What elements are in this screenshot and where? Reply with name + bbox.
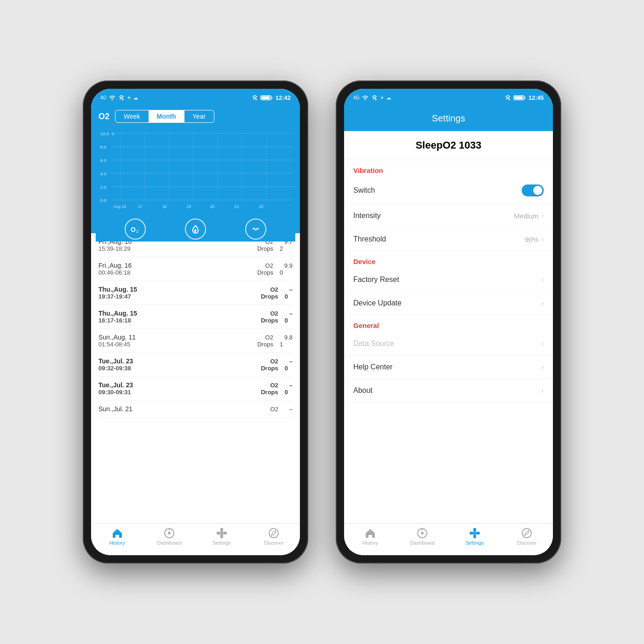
switch-right [522,184,544,196]
svg-text:21: 21 [235,204,239,209]
history-item[interactable]: Thu.,Aug. 15 16:17-16:18 O2– Drops0 [98,305,293,329]
chevron-threshold: › [541,235,544,243]
drop-icon-circle [185,218,206,240]
settings-row-threshold[interactable]: Threshold 90% › [344,228,553,251]
clock-1: 12:42 [276,94,291,101]
settings-header: Settings [344,105,553,131]
svg-point-42 [365,99,366,100]
factory-reset-label: Factory Reset [353,276,399,284]
tab-group: Week Month Year [115,110,214,123]
history-item[interactable]: Sun.,Jul. 21 O2– [98,401,293,418]
svg-point-0 [112,99,113,100]
nav-discover-label-2: Discover [517,540,537,546]
intensity-right: Medium › [514,212,544,220]
chart-svg: 10.0 8.0 6.0 4.0 2.0 0.0 8 Aug [96,127,295,215]
svg-text:8.0: 8.0 [100,144,106,150]
nav-dashboard-label-1: Dashboard [157,540,182,546]
nav-discover-1[interactable]: Discover [248,527,300,550]
nav-history-1[interactable]: History [91,527,144,550]
svg-text:4.0: 4.0 [100,171,106,176]
signal-icon-2: 4G [353,95,359,100]
intensity-value: Medium [514,212,538,220]
settings-row-factory[interactable]: Factory Reset › [344,268,553,292]
history-item[interactable]: Fri.,Aug. 16 00:46-06:18 O29.9 Drops0 [98,257,293,281]
phone-1-screen: 4G ☀ ☁ 12:42 O2 Week Month Yea [91,89,300,555]
home-icon-2 [364,527,376,539]
tab-week[interactable]: Week [115,110,149,122]
chevron-factory: › [541,276,544,284]
battery-icon-1 [260,95,273,101]
history-item[interactable]: Tue.,Jul. 23 09:32-09:38 O2– Drops0 [98,353,293,377]
bluetooth-icon-2 [371,95,378,100]
section-title-general: General [344,315,553,332]
svg-rect-2 [271,97,272,98]
nav-dashboard-2[interactable]: Dashboard [397,527,449,550]
svg-rect-45 [514,96,523,99]
settings-row-intensity[interactable]: Intensity Medium › [344,204,553,228]
chevron-help: › [541,363,544,371]
svg-text:10.0: 10.0 [100,131,109,136]
sun-icon: ☀ [127,95,131,100]
bottom-nav-1: History Dashboard Settings Discover [91,523,300,555]
svg-text:19: 19 [187,204,191,209]
nav-history-label-2: History [362,540,378,546]
status-left-2: 4G ☀ ☁ [353,95,391,100]
section-title-vibration: Vibration [344,160,553,177]
settings-row-update[interactable]: Device Update › [344,292,553,315]
settings-row-switch[interactable]: Switch [344,177,553,204]
cloud-icon: ☁ [133,95,138,100]
section-title-device: Device [344,251,553,268]
svg-text:18: 18 [162,204,167,209]
nav-history-2[interactable]: History [344,527,397,550]
settings-icon-1 [216,527,228,539]
device-update-label: Device Update [353,299,402,307]
svg-text:6.0: 6.0 [100,158,106,163]
nav-discover-label-1: Discover [264,540,284,546]
update-right: › [541,299,544,307]
data-source-label: Data Source [353,339,394,348]
switch-label: Switch [353,186,375,195]
phone-2-screen: 4G ☀ ☁ 12:45 Settings SleepO2 [344,89,553,555]
settings-row-help[interactable]: Help Center › [344,356,553,379]
svg-text:20: 20 [210,204,215,209]
about-label: About [353,386,373,395]
clock-2: 12:45 [529,94,544,101]
threshold-value: 90% [525,236,539,243]
vibration-toggle[interactable] [522,184,544,196]
tab-year[interactable]: Year [184,110,214,122]
settings-row-about[interactable]: About › [344,379,553,402]
chart-area: 10.0 8.0 6.0 4.0 2.0 0.0 8 Aug [91,127,300,233]
svg-text:O: O [131,226,136,233]
status-bar-2: 4G ☀ ☁ 12:45 [344,89,553,105]
sun-icon-2: ☀ [380,95,384,100]
bluetooth-icon-l [118,95,125,100]
bt-icon-1 [252,95,258,100]
svg-rect-51 [470,532,473,535]
nav-settings-1[interactable]: Settings [196,527,248,550]
threshold-right: 90% › [525,235,544,243]
svg-point-34 [168,532,171,535]
nav-dashboard-label-2: Dashboard [410,540,435,546]
nav-dashboard-1[interactable]: Dashboard [144,527,196,550]
history-item[interactable]: Thu.,Aug. 15 19:37-19:47 O2– Drops0 [98,281,293,305]
battery-icon-2 [513,95,526,101]
threshold-label: Threshold [353,235,386,243]
svg-rect-52 [476,532,480,535]
svg-rect-38 [217,532,220,535]
settings-title: Settings [432,113,465,124]
nav-discover-2[interactable]: Discover [501,527,553,550]
history-item[interactable]: Sun.,Aug. 11 01:54-08:45 O29.8 Drops1 [98,329,293,353]
tab-month[interactable]: Month [149,110,184,122]
svg-rect-36 [220,528,223,532]
svg-point-54 [522,529,531,538]
nav-settings-2[interactable]: Settings [448,527,501,550]
history-list: Fri.,Aug. 16 15:39-18:29 O29.7 Drops2 Fr… [91,233,300,523]
history-item[interactable]: Tue.,Jul. 23 09:30-09:31 O2– Drops0 [98,377,293,401]
toggle-knob [533,186,542,195]
svg-point-47 [421,532,424,535]
svg-point-40 [220,532,223,535]
intensity-label: Intensity [353,212,381,220]
chart-o2-label: O2 [98,112,109,121]
dashboard-icon-2 [416,527,428,539]
help-center-label: Help Center [353,363,392,371]
